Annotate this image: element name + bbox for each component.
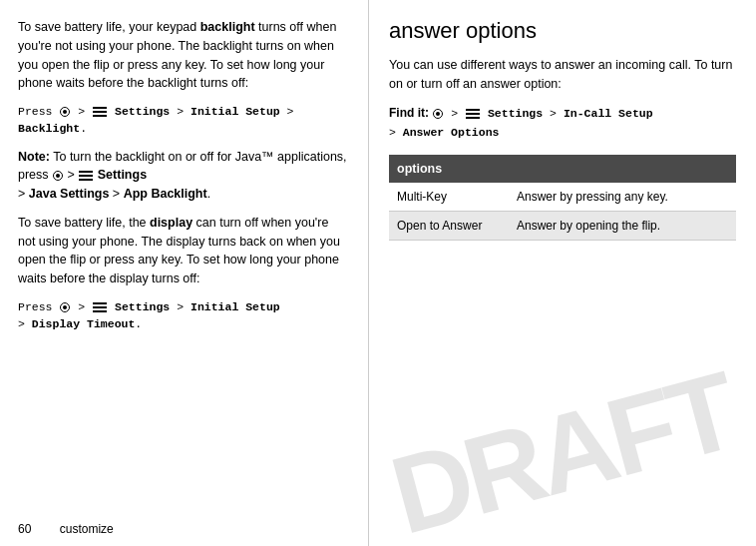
java-settings-label: Java Settings: [29, 187, 110, 201]
page-footer: 60 customize: [18, 522, 114, 536]
section-label: customize: [60, 522, 114, 536]
circle-icon-4: [433, 109, 443, 119]
menu-icon-2: [79, 171, 93, 181]
page-container: To save battery life, your keypad backli…: [0, 0, 756, 546]
answer-options-label: Answer Options: [403, 126, 500, 139]
settings-label-1: Settings: [115, 105, 170, 118]
backlight-intro-paragraph: To save battery life, your keypad backli…: [18, 18, 348, 93]
initial-setup-label: Initial Setup: [190, 105, 280, 118]
option-desc-open: Answer by opening the flip.: [509, 212, 736, 241]
right-column: answer options You can use different way…: [369, 0, 756, 546]
table-row: Open to Answer Answer by opening the fli…: [389, 212, 736, 241]
page-title: answer options: [389, 18, 736, 44]
settings-label-4: Settings: [488, 107, 543, 120]
menu-icon-4: [466, 109, 480, 119]
display-bold: display: [150, 216, 192, 230]
circle-icon-3: [60, 302, 70, 312]
press-line-backlight: Press > Settings > Initial Setup > Backl…: [18, 103, 348, 138]
settings-label-2: Settings: [98, 168, 147, 182]
initial-setup-label-2: Initial Setup: [190, 300, 280, 313]
menu-icon-3: [93, 302, 107, 312]
press-line-display: Press > Settings > Initial Setup > Displ…: [18, 298, 348, 333]
backlight-label: Backlight: [18, 122, 80, 135]
backlight-intro-text: turns off when you're not using your pho…: [18, 20, 336, 90]
circle-icon-1: [60, 107, 70, 117]
option-name-multikey: Multi-Key: [389, 183, 509, 212]
option-desc-multikey: Answer by pressing any key.: [509, 183, 736, 212]
find-it-path: > Settings > In-Call Setup > Answer Opti…: [389, 107, 653, 139]
answer-options-intro: You can use different ways to answer an …: [389, 56, 736, 94]
circle-icon-2: [53, 171, 63, 181]
table-row: Multi-Key Answer by pressing any key.: [389, 183, 736, 212]
table-header: options: [389, 155, 736, 184]
settings-label-3: Settings: [115, 300, 170, 313]
incall-setup-label: In-Call Setup: [564, 107, 653, 120]
display-intro-paragraph: To save battery life, the display can tu…: [18, 214, 348, 288]
option-name-open: Open to Answer: [389, 212, 509, 241]
backlight-bold: backlight: [200, 20, 255, 34]
find-it-label: Find it:: [389, 106, 429, 120]
find-it-line: Find it: > Settings > In-Call Setup > An…: [389, 104, 736, 143]
display-timeout-label: Display Timeout: [32, 317, 136, 330]
left-column: To save battery life, your keypad backli…: [0, 0, 369, 546]
options-table: options Multi-Key Answer by pressing any…: [389, 155, 736, 242]
menu-icon-1: [93, 107, 107, 117]
page-number: 60: [18, 522, 31, 536]
app-backlight-label: App Backlight: [124, 187, 207, 201]
note-paragraph: Note: To turn the backlight on or off fo…: [18, 148, 348, 204]
